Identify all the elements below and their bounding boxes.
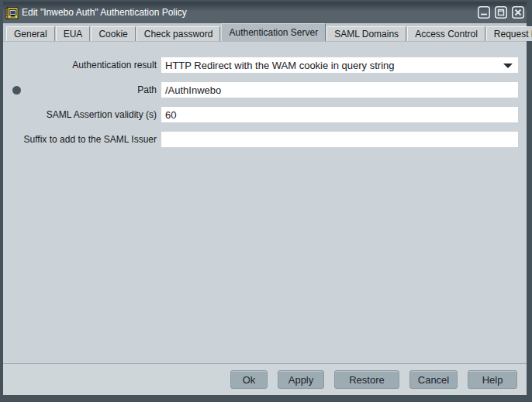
button-bar: Ok Apply Restore Cancel Help bbox=[3, 363, 527, 395]
path-label: Path bbox=[3, 84, 161, 95]
window-title: Edit "Inwebo Auth" Authentication Policy bbox=[22, 7, 478, 18]
apply-button[interactable]: Apply bbox=[278, 370, 324, 389]
dialog-window: Edit "Inwebo Auth" Authentication Policy bbox=[0, 0, 532, 402]
form-row-saml-assertion-validity: SAML Assertion validity (s) bbox=[3, 107, 527, 122]
saml-issuer-suffix-input[interactable] bbox=[161, 132, 518, 147]
tab-access-control[interactable]: Access Control bbox=[407, 26, 485, 41]
maximize-icon[interactable] bbox=[495, 6, 507, 19]
tab-authentication-server[interactable]: Authentication Server bbox=[221, 23, 326, 41]
saml-assertion-validity-input[interactable] bbox=[161, 107, 518, 122]
saml-assertion-validity-label: SAML Assertion validity (s) bbox=[3, 109, 161, 120]
help-button[interactable]: Help bbox=[468, 370, 517, 389]
form-row-authentication-result: Authentication result HTTP Redirect with… bbox=[3, 57, 527, 73]
tab-eua[interactable]: EUA bbox=[56, 26, 91, 41]
bullet-indicator-icon bbox=[12, 86, 21, 94]
ok-button[interactable]: Ok bbox=[230, 370, 268, 389]
saml-issuer-suffix-label: Suffix to add to the SAML Issuer bbox=[3, 134, 161, 145]
tab-saml-domains[interactable]: SAML Domains bbox=[326, 26, 406, 41]
close-icon[interactable] bbox=[512, 6, 524, 19]
application-icon bbox=[5, 6, 19, 20]
form-row-path: Path bbox=[3, 82, 527, 98]
cancel-button[interactable]: Cancel bbox=[409, 370, 458, 389]
authentication-result-label: Authentication result bbox=[3, 60, 161, 70]
authentication-result-dropdown[interactable]: HTTP Redirect with the WAM cookie in que… bbox=[161, 57, 518, 73]
restore-button[interactable]: Restore bbox=[334, 370, 399, 389]
dialog-window-inner: Edit "Inwebo Auth" Authentication Policy bbox=[3, 2, 527, 395]
authentication-result-value: HTTP Redirect with the WAM cookie in que… bbox=[165, 60, 395, 71]
tab-panel-authentication-server: Authentication result HTTP Redirect with… bbox=[3, 42, 527, 363]
tab-cookie[interactable]: Cookie bbox=[91, 26, 135, 41]
tab-general[interactable]: General bbox=[6, 26, 55, 41]
tab-check-password[interactable]: Check password bbox=[136, 26, 221, 41]
form-row-saml-issuer-suffix: Suffix to add to the SAML Issuer bbox=[3, 132, 527, 147]
minimize-icon[interactable] bbox=[478, 6, 490, 19]
tab-request-manager[interactable]: Request Manager bbox=[486, 26, 532, 41]
titlebar[interactable]: Edit "Inwebo Auth" Authentication Policy bbox=[3, 2, 527, 23]
window-controls bbox=[478, 6, 524, 19]
path-input[interactable] bbox=[161, 82, 518, 98]
tab-bar: General EUA Cookie Check password Authen… bbox=[3, 23, 527, 42]
chevron-down-icon bbox=[503, 64, 513, 68]
